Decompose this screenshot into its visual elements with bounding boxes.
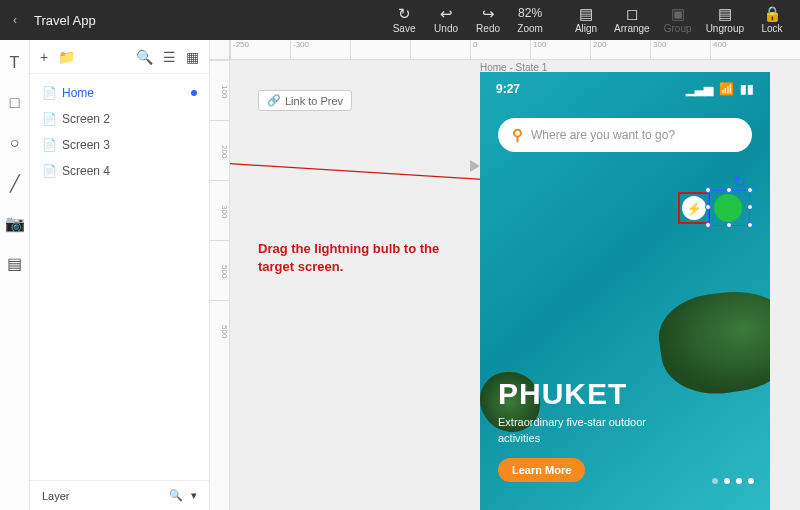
- page-label: Home: [62, 86, 94, 100]
- canvas[interactable]: -250-3000100200300400 100200300500500 Ho…: [210, 40, 800, 510]
- wifi-icon: 📶: [719, 82, 734, 96]
- save-button[interactable]: ↻Save: [390, 6, 418, 34]
- layer-label: Layer: [42, 490, 70, 502]
- circle-tool[interactable]: ○: [6, 134, 24, 152]
- annotation-text: Drag the lightning bulb to the target sc…: [258, 240, 458, 276]
- hero-content: PHUKET Extraordinary five-star outdoor a…: [498, 377, 752, 482]
- ungroup-icon: ▤: [718, 6, 732, 21]
- group-button[interactable]: ▣Group: [664, 6, 692, 34]
- link-to-prev-button[interactable]: 🔗Link to Prev: [258, 90, 352, 111]
- list-view-button[interactable]: ☰: [163, 49, 176, 65]
- ungroup-button[interactable]: ▤Ungroup: [706, 6, 744, 34]
- page-dots[interactable]: [712, 478, 754, 484]
- layer-expand-button[interactable]: ▾: [191, 489, 197, 502]
- arrange-icon: ◻: [626, 6, 638, 21]
- add-page-button[interactable]: +: [40, 49, 48, 65]
- page-item-home[interactable]: 📄 Home: [30, 80, 209, 106]
- redo-button[interactable]: ↪Redo: [474, 6, 502, 34]
- page-item-screen-4[interactable]: 📄 Screen 4: [30, 158, 209, 184]
- page-label: Screen 3: [62, 138, 110, 152]
- group-icon: ▣: [671, 6, 685, 21]
- align-button[interactable]: ▤Align: [572, 6, 600, 34]
- undo-icon: ↩: [440, 6, 453, 21]
- status-time: 9:27: [496, 82, 520, 96]
- redo-icon: ↪: [482, 6, 495, 21]
- ruler-horizontal: -250-3000100200300400: [230, 40, 800, 60]
- align-icon: ▤: [579, 6, 593, 21]
- page-icon: 📄: [42, 164, 54, 178]
- rotate-handle-icon[interactable]: ↻: [733, 172, 746, 191]
- search-bar[interactable]: ⚲ Where are you want to go?: [498, 118, 752, 152]
- selection-box: [708, 190, 750, 226]
- lock-icon: 🔒: [763, 6, 782, 21]
- search-pages-button[interactable]: 🔍: [136, 49, 153, 65]
- page-label: Screen 4: [62, 164, 110, 178]
- lock-button[interactable]: 🔒Lock: [758, 6, 786, 34]
- folder-button[interactable]: 📁: [58, 49, 75, 65]
- page-item-screen-2[interactable]: 📄 Screen 2: [30, 106, 209, 132]
- zoom-control[interactable]: 82%Zoom: [516, 6, 544, 34]
- save-icon: ↻: [398, 6, 411, 21]
- active-indicator: [191, 90, 197, 96]
- app-title: Travel App: [34, 13, 96, 28]
- page-icon: 📄: [42, 86, 54, 100]
- app-top-bar: ‹ Travel App ↻Save ↩Undo ↪Redo 82%Zoom ▤…: [0, 0, 800, 40]
- state-marker-icon: [470, 160, 480, 172]
- ruler-vertical: 100200300500500: [210, 60, 230, 510]
- hero-subtitle: Extraordinary five-star outdoor activiti…: [498, 415, 678, 446]
- rect-tool[interactable]: □: [6, 94, 24, 112]
- arrange-button[interactable]: ◻Arrange: [614, 6, 650, 34]
- component-tool[interactable]: ▤: [6, 254, 24, 272]
- hero-title: PHUKET: [498, 377, 752, 411]
- link-icon: 🔗: [267, 94, 281, 107]
- selected-element[interactable]: ⚡: [682, 190, 754, 226]
- page-panel: + 📁 🔍 ☰ ▦ 📄 Home 📄 Screen 2 📄 Screen 3 �: [30, 40, 210, 510]
- page-item-screen-3[interactable]: 📄 Screen 3: [30, 132, 209, 158]
- layer-search-button[interactable]: 🔍: [169, 489, 183, 502]
- battery-icon: ▮▮: [740, 82, 754, 96]
- artboard-home[interactable]: 9:27 ▁▃▅ 📶 ▮▮ ⚲ Where are you want to go…: [480, 72, 770, 510]
- page-label: Screen 2: [62, 112, 110, 126]
- undo-button[interactable]: ↩Undo: [432, 6, 460, 34]
- image-tool[interactable]: 📷: [6, 214, 24, 232]
- zoom-value: 82%: [518, 6, 542, 21]
- learn-more-button[interactable]: Learn More: [498, 458, 585, 482]
- page-icon: 📄: [42, 138, 54, 152]
- text-tool[interactable]: T: [6, 54, 24, 72]
- signal-icon: ▁▃▅: [686, 82, 713, 96]
- status-bar: 9:27 ▁▃▅ 📶 ▮▮: [496, 82, 754, 96]
- page-icon: 📄: [42, 112, 54, 126]
- grid-view-button[interactable]: ▦: [186, 49, 199, 65]
- line-tool[interactable]: ╱: [6, 174, 24, 192]
- search-icon: ⚲: [512, 126, 523, 144]
- search-placeholder: Where are you want to go?: [531, 128, 675, 142]
- left-toolbar: T □ ○ ╱ 📷 ▤: [0, 40, 30, 510]
- back-button[interactable]: ‹: [0, 13, 30, 27]
